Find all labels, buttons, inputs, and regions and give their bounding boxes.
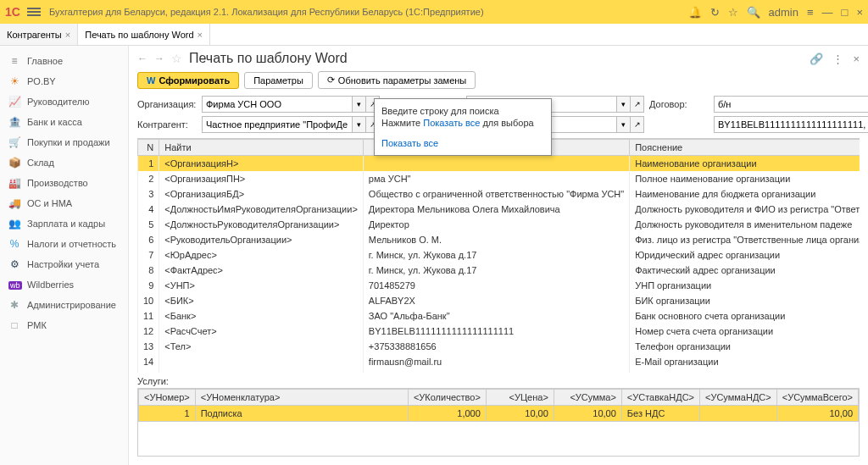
main-grid[interactable]: N Найти Пояснение 1<ОрганизацияН>Наимено… [137, 138, 860, 373]
org-label: Организация: [137, 99, 197, 109]
sidebar-item-label: Администрирование [27, 300, 116, 310]
sidebar-item-7[interactable]: 🚚ОС и НМА [0, 193, 128, 213]
sidebar-item-11[interactable]: wbWildberries [0, 274, 128, 295]
col-uvatrate[interactable]: <УСтавкаНДС> [621, 390, 699, 406]
col-unum[interactable]: <УНомер> [139, 390, 196, 406]
dropdown-icon[interactable]: ▾ [353, 116, 366, 133]
sidebar-item-label: Зарплата и кадры [27, 219, 105, 229]
sidebar-item-label: Склад [27, 158, 54, 168]
star-icon[interactable]: ☆ [728, 6, 738, 19]
tab-print-template[interactable]: Печать по шаблону Word × [78, 24, 210, 45]
more-icon[interactable]: ⋮ [832, 53, 843, 65]
table-row[interactable]: 1Подписка1,00010,0010,00Без НДС10,00 [139, 406, 859, 422]
table-row[interactable]: 4<ДолжностьИмяРуководителяОрганизации>Ди… [138, 202, 860, 217]
sidebar-item-12[interactable]: ✱Администрирование [0, 295, 128, 315]
table-row[interactable]: 2<ОрганизацияПН>рма УСН"Полное наименова… [138, 171, 860, 186]
services-label: Услуги: [129, 373, 868, 388]
link-icon[interactable]: 🔗 [810, 53, 823, 65]
bell-icon[interactable]: 🔔 [688, 6, 702, 19]
sidebar-item-label: Банк и касса [27, 117, 82, 127]
col-usum[interactable]: <УСумма> [554, 390, 621, 406]
forward-icon[interactable]: → [154, 53, 164, 64]
close-icon[interactable]: × [853, 53, 860, 65]
acc-input[interactable] [714, 116, 868, 133]
sidebar-item-9[interactable]: %Налоги и отчетность [0, 234, 128, 254]
sidebar-item-label: РМК [27, 320, 47, 330]
form-button[interactable]: WСформировать [137, 72, 239, 89]
col-uvatsum[interactable]: <УСуммаНДС> [700, 390, 777, 406]
sidebar-item-3[interactable]: 🏦Банк и касса [0, 112, 128, 132]
table-row[interactable]: 14firmausn@mail.ruE-Mail организации [138, 354, 860, 369]
sidebar-item-6[interactable]: 🏭Производство [0, 173, 128, 193]
minimize-icon[interactable]: — [822, 6, 833, 19]
close-icon[interactable]: × [65, 30, 70, 40]
back-icon[interactable]: ← [137, 53, 147, 64]
sidebar-icon: 🚚 [8, 197, 20, 209]
table-row[interactable]: 11<Банк>ЗАО "Альфа-Банк"Банк основного с… [138, 308, 860, 324]
sidebar-item-10[interactable]: ⚙Настройки учета [0, 254, 128, 274]
sidebar-icon: □ [8, 319, 20, 331]
col-n[interactable]: N [138, 140, 159, 156]
col-uprice[interactable]: <УЦена> [486, 390, 554, 406]
settings-icon[interactable]: ≡ [807, 6, 814, 19]
sidebar-icon: ✱ [8, 299, 20, 311]
refresh-icon: ⟳ [327, 75, 335, 86]
col-utotal[interactable]: <УСуммаВсего> [776, 390, 858, 406]
search-popup: Введите строку для поиска Нажмите Показа… [374, 98, 552, 156]
table-row[interactable]: 15<ПокупательН>Частное предприятие "Проф… [138, 369, 860, 373]
refresh-button[interactable]: ⟳Обновить параметры замены [318, 71, 476, 89]
app-logo: 1С [5, 5, 20, 19]
open-icon[interactable]: ↗ [631, 116, 644, 133]
table-row[interactable]: 7<ЮрАдрес>г. Минск, ул. Жукова д.17Юриди… [138, 247, 860, 263]
table-row[interactable]: 3<ОрганизацияБД>Общество с ограниченной … [138, 186, 860, 202]
table-row[interactable]: 8<ФактАдрес>г. Минск, ул. Жукова д.17Фак… [138, 263, 860, 278]
sidebar-item-label: Настройки учета [27, 259, 99, 269]
history-icon[interactable]: ↻ [710, 6, 720, 19]
sidebar-item-0[interactable]: ≡Главное [0, 51, 128, 71]
app-title: Бухгалтерия для Беларуси, редакция 2.1. … [49, 7, 688, 17]
search-icon[interactable]: 🔍 [747, 6, 760, 19]
dropdown-icon[interactable]: ▾ [617, 96, 631, 113]
tab-contractors[interactable]: Контрагенты × [0, 24, 78, 45]
sidebar-icon: wb [8, 279, 20, 291]
table-row[interactable]: 12<РасчСчет>BY11BELB1111111111111111111Н… [138, 324, 860, 339]
col-uqty[interactable]: <УКоличество> [408, 390, 486, 406]
sidebar-item-label: Производство [27, 178, 88, 188]
sidebar-icon: 🏭 [8, 177, 20, 189]
show-all-link-inline[interactable]: Показать все [423, 118, 480, 128]
params-button[interactable]: Параметры [244, 72, 313, 89]
sidebar-item-2[interactable]: 📈Руководителю [0, 91, 128, 112]
sidebar-item-1[interactable]: ☀PO.BY [0, 71, 128, 91]
dropdown-icon[interactable]: ▾ [353, 96, 366, 113]
burger-icon[interactable] [27, 6, 41, 18]
open-icon[interactable]: ↗ [631, 96, 644, 113]
table-row[interactable]: 5<ДолжностьРуководителяОрганизации>Дирек… [138, 217, 860, 232]
table-row[interactable]: 6<РуководительОрганизации>Мельников О. М… [138, 232, 860, 247]
services-grid[interactable]: <УНомер> <УНоменклатура> <УКоличество> <… [137, 388, 860, 457]
col-unom[interactable]: <УНоменклатура> [195, 390, 408, 406]
table-row[interactable]: 10<БИК>ALFABY2XБИК организации [138, 293, 860, 308]
sidebar-item-5[interactable]: 📦Склад [0, 152, 128, 173]
sidebar-icon: 📈 [8, 96, 20, 108]
sidebar-icon: 🏦 [8, 116, 20, 128]
table-row[interactable]: 13<Тел>+375338881656Телефон организации [138, 339, 860, 354]
favorite-icon[interactable]: ☆ [171, 52, 182, 65]
user-label[interactable]: admin [769, 6, 798, 19]
agent-input[interactable] [202, 116, 353, 133]
sidebar-item-4[interactable]: 🛒Покупки и продажи [0, 132, 128, 152]
maximize-icon[interactable]: □ [842, 6, 849, 19]
close-icon[interactable]: × [856, 6, 863, 19]
close-icon[interactable]: × [198, 30, 203, 40]
sidebar-item-8[interactable]: 👥Зарплата и кадры [0, 213, 128, 234]
col-find[interactable]: Найти [159, 140, 364, 156]
dropdown-icon[interactable]: ▾ [617, 116, 631, 133]
form-button-label: Сформировать [159, 75, 230, 86]
contract-input[interactable] [714, 96, 868, 113]
sidebar-item-13[interactable]: □РМК [0, 315, 128, 335]
org-input[interactable] [202, 96, 353, 113]
show-all-link[interactable]: Показать все [381, 138, 544, 148]
table-row[interactable]: 9<УНП>701485279УНП организации [138, 278, 860, 293]
sidebar-item-label: Покупки и продажи [27, 137, 110, 147]
sidebar-icon: ☀ [8, 75, 20, 87]
col-desc[interactable]: Пояснение [630, 140, 860, 156]
